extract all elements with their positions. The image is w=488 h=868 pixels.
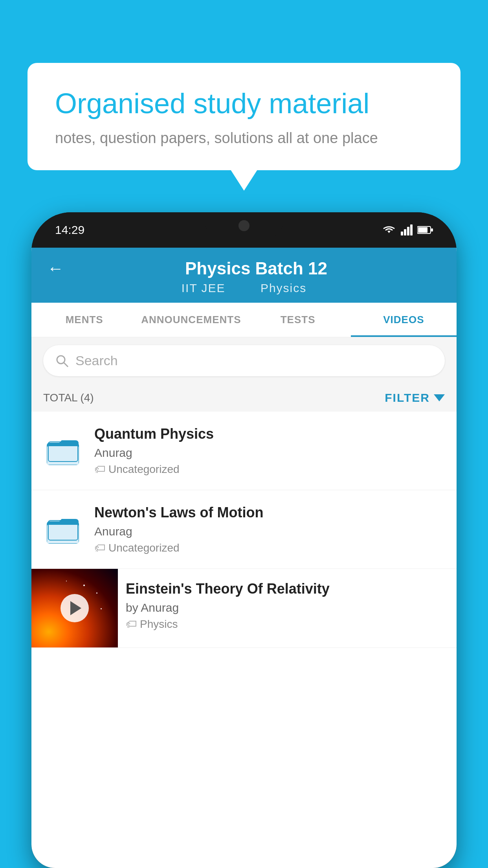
filter-row: TOTAL (4) FILTER	[31, 384, 457, 412]
video-title: Einstein's Theory Of Relativity	[126, 581, 449, 597]
video-author: by Anurag	[126, 601, 449, 614]
video-tag: 🏷 Uncategorized	[94, 541, 445, 554]
video-info-2: Newton's Laws of Motion Anurag 🏷 Uncateg…	[94, 504, 445, 554]
status-bar: 14:29	[31, 212, 457, 248]
status-icons	[382, 224, 433, 235]
page-title: Physics Batch 12	[72, 259, 441, 278]
folder-icon	[45, 512, 81, 547]
list-item[interactable]: Quantum Physics Anurag 🏷 Uncategorized	[31, 412, 457, 490]
folder-thumb-2	[43, 512, 83, 547]
header-subtitle: IIT JEE Physics	[47, 281, 441, 295]
bubble-subtitle: notes, question papers, solutions all at…	[55, 130, 433, 147]
phone-frame: 14:29	[31, 212, 457, 868]
back-button[interactable]: ←	[47, 259, 64, 278]
tag-icon: 🏷	[94, 463, 105, 476]
video-tag: 🏷 Uncategorized	[94, 463, 445, 476]
list-item[interactable]: Einstein's Theory Of Relativity by Anura…	[31, 569, 457, 648]
svg-rect-3	[410, 224, 413, 235]
video-thumbnail-3	[31, 569, 118, 647]
video-author: Anurag	[94, 525, 445, 538]
search-bar-container: Search	[31, 337, 457, 384]
search-placeholder: Search	[75, 353, 118, 368]
svg-rect-0	[401, 232, 403, 235]
search-bar[interactable]: Search	[43, 345, 445, 376]
filter-icon	[434, 394, 445, 401]
subtitle-separator	[239, 281, 251, 294]
filter-button[interactable]: FILTER	[385, 391, 445, 405]
video-title: Newton's Laws of Motion	[94, 504, 445, 521]
video-author: Anurag	[94, 446, 445, 460]
svg-rect-2	[407, 227, 409, 235]
svg-line-8	[64, 363, 68, 367]
folder-icon	[45, 433, 81, 469]
list-item[interactable]: Newton's Laws of Motion Anurag 🏷 Uncateg…	[31, 490, 457, 569]
total-count: TOTAL (4)	[43, 392, 94, 404]
signal-icon	[401, 224, 413, 235]
subtitle-iitjee: IIT JEE	[182, 281, 226, 294]
app-header: ← Physics Batch 12 IIT JEE Physics	[31, 248, 457, 303]
tag-label: Uncategorized	[108, 542, 180, 554]
tag-label: Uncategorized	[108, 463, 180, 476]
folder-thumb-1	[43, 433, 83, 469]
play-button[interactable]	[61, 594, 89, 622]
subtitle-physics: Physics	[261, 281, 306, 294]
video-title: Quantum Physics	[94, 426, 445, 442]
tab-videos[interactable]: VIDEOS	[351, 303, 457, 337]
video-info-1: Quantum Physics Anurag 🏷 Uncategorized	[94, 426, 445, 476]
speech-bubble-container: Organised study material notes, question…	[28, 63, 460, 170]
video-tag: 🏷 Physics	[126, 618, 449, 631]
tabs-bar: MENTS ANNOUNCEMENTS TESTS VIDEOS	[31, 303, 457, 337]
tab-announcements[interactable]: ANNOUNCEMENTS	[137, 303, 245, 337]
camera-dot	[238, 220, 250, 231]
video-list: Quantum Physics Anurag 🏷 Uncategorized	[31, 412, 457, 648]
svg-rect-1	[404, 229, 406, 235]
video-info-3: Einstein's Theory Of Relativity by Anura…	[118, 569, 457, 642]
app-content: ← Physics Batch 12 IIT JEE Physics MENTS…	[31, 248, 457, 868]
status-time: 14:29	[55, 223, 84, 237]
battery-icon	[417, 226, 433, 234]
tag-icon: 🏷	[126, 618, 137, 631]
tab-tests[interactable]: TESTS	[245, 303, 350, 337]
tag-label: Physics	[140, 618, 178, 631]
play-triangle-icon	[70, 601, 81, 615]
svg-point-7	[57, 356, 65, 364]
speech-bubble: Organised study material notes, question…	[28, 63, 460, 170]
search-icon	[55, 354, 69, 368]
tab-ments[interactable]: MENTS	[31, 303, 137, 337]
wifi-icon	[382, 224, 396, 235]
svg-rect-5	[418, 227, 427, 233]
svg-rect-6	[431, 228, 433, 232]
filter-label: FILTER	[385, 391, 430, 405]
tag-icon: 🏷	[94, 541, 105, 554]
bubble-title: Organised study material	[55, 86, 433, 120]
